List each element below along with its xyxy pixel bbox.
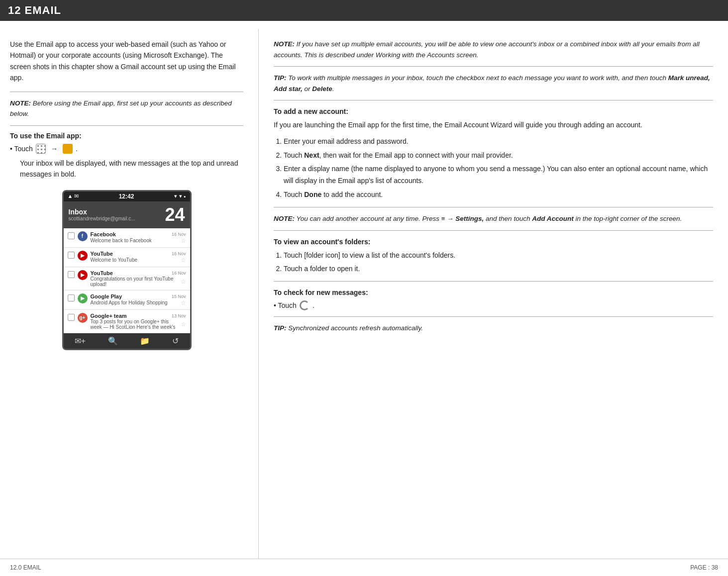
note2-text: If you have set up multiple email accoun…: [274, 40, 700, 59]
star-icon[interactable]: ☆: [181, 299, 186, 306]
inbox-info: Inbox scottiandrewbridge@gmail.c...: [69, 208, 135, 221]
page-container: 12 EMAIL Use the Email app to access you…: [0, 0, 728, 576]
section3-title: To view an account's folders:: [274, 238, 713, 246]
note3-bold2: Add Account: [532, 215, 574, 222]
email-checkbox[interactable]: [68, 271, 75, 278]
email-meta: Google+ team 13 Nov: [91, 313, 186, 319]
email-content: YouTube 16 Nov Congratulations on your f…: [91, 270, 186, 287]
right-column: NOTE: If you have set up multiple email …: [259, 29, 728, 559]
note2-label: NOTE:: [274, 40, 295, 48]
tip2-text: Synchronized accounts refresh automatica…: [287, 324, 423, 332]
email-list-item[interactable]: ▶ Google Play 15 Nov Android Apps for Ho…: [64, 290, 190, 310]
compose-icon[interactable]: ✉+: [75, 336, 86, 346]
steps-folders-list: Touch [folder icon] to view a list of th…: [274, 250, 713, 276]
note-block-1: NOTE: Before using the Email app, first …: [10, 98, 243, 119]
email-content: Google+ team 13 Nov Top 3 posts for you …: [91, 313, 186, 330]
note-block-3: NOTE: You can add another account at any…: [274, 213, 713, 224]
search-icon[interactable]: 🔍: [108, 336, 118, 346]
left-column: Use the Email app to access your web-bas…: [0, 29, 259, 559]
email-checkbox[interactable]: [68, 314, 75, 321]
divider-1: [10, 92, 243, 92]
email-subject: Congratulations on your first YouTube up…: [91, 276, 181, 287]
intro-text: Use the Email app to access your web-bas…: [10, 39, 243, 84]
email-subject: Top 3 posts for you on Google+ this week…: [91, 319, 181, 330]
section2-intro: If you are launching the Email app for t…: [274, 119, 713, 130]
phone-toolbar: ✉+ 🔍 📁 ↺: [64, 333, 190, 349]
step-add-item: Touch Next, then wait for the Email app …: [284, 150, 713, 162]
step-folder-item: Touch [folder icon] to view a list of th…: [284, 250, 713, 262]
inbox-subtitle: scottiandrewbridge@gmail.c...: [69, 216, 135, 221]
refresh-icon[interactable]: ↺: [172, 336, 179, 346]
email-list-item[interactable]: g+ Google+ team 13 Nov Top 3 posts for y…: [64, 310, 190, 333]
email-checkbox[interactable]: [68, 252, 75, 259]
divider-2: [10, 125, 243, 126]
email-date: 16 Nov: [172, 271, 186, 276]
step-add-item: Touch Done to add the account.: [284, 189, 713, 201]
tip2-label: TIP:: [274, 324, 287, 332]
note3-bold: Settings,: [455, 215, 484, 222]
divider-6: [274, 230, 713, 231]
sender-name: Facebook: [91, 231, 116, 237]
phone-status-bar: ▲ ✉ 12:42 ▾ ▾ ▪: [64, 192, 190, 201]
star-icon[interactable]: ☆: [181, 278, 186, 285]
subsection1-title: To use the Email app:: [10, 132, 243, 140]
email-content: Facebook 16 Nov Welcome back to Facebook…: [91, 231, 186, 244]
step-add-item: Enter your email address and password.: [284, 136, 713, 148]
email-subject: Welcome back to Facebook: [91, 238, 152, 243]
email-list: f Facebook 16 Nov Welcome back to Facebo…: [64, 228, 190, 333]
divider-4: [274, 100, 713, 100]
battery-icon: ▪: [184, 193, 186, 199]
sender-icon: g+: [78, 313, 88, 323]
bullet2-suffix: .: [312, 301, 314, 309]
bullet1-prefix: • Touch: [10, 145, 33, 153]
phone-time: 12:42: [119, 193, 134, 200]
email-meta: Facebook 16 Nov: [91, 231, 186, 237]
email-subject: Welcome to YouTube: [91, 257, 138, 263]
email-checkbox[interactable]: [68, 232, 75, 239]
star-icon[interactable]: ☆: [181, 257, 186, 264]
bullet-item-2: • Touch .: [274, 300, 713, 310]
inbox-title: Inbox: [69, 208, 135, 216]
email-meta: YouTube 16 Nov: [91, 251, 186, 257]
chapter-title: 12 EMAIL: [8, 4, 61, 16]
email-subject: Android Apps for Holiday Shopping: [91, 300, 168, 305]
sender-icon: ▶: [78, 270, 88, 280]
tip-block-2: TIP: Synchronized accounts refresh autom…: [274, 323, 713, 334]
email-meta: YouTube 16 Nov: [91, 270, 186, 276]
divider-7: [274, 281, 713, 282]
step-add-item: Enter a display name (the name displayed…: [284, 163, 713, 187]
status-right-icons: ▾ ▾ ▪: [174, 193, 186, 199]
note3-italic: You can add another account at any time.…: [295, 215, 439, 222]
email-date: 16 Nov: [172, 251, 186, 256]
email-checkbox[interactable]: [68, 294, 75, 301]
sender-icon: ▶: [78, 251, 88, 261]
email-date: 13 Nov: [172, 313, 186, 318]
divider-3: [274, 66, 713, 67]
email-meta: Google Play 15 Nov: [91, 293, 186, 299]
sender-icon: ▶: [78, 293, 88, 303]
folder-icon[interactable]: 📁: [140, 336, 150, 346]
bullet-item-1: • Touch → .: [10, 144, 243, 154]
star-icon[interactable]: ☆: [181, 237, 186, 244]
arrow-icon: →: [51, 145, 58, 153]
tip-block-1: TIP: To work with multiple messages in y…: [274, 73, 713, 94]
inbox-count: 24: [165, 204, 185, 225]
email-list-item[interactable]: ▶ YouTube 16 Nov Welcome to YouTube ☆: [64, 248, 190, 267]
tip1-label: TIP:: [274, 74, 287, 82]
divider-5: [274, 207, 713, 207]
email-date: 15 Nov: [172, 294, 186, 299]
note-block-2: NOTE: If you have set up multiple email …: [274, 39, 713, 60]
email-content: YouTube 16 Nov Welcome to YouTube ☆: [91, 251, 186, 264]
email-list-item[interactable]: f Facebook 16 Nov Welcome back to Facebo…: [64, 228, 190, 248]
sender-icon: f: [78, 231, 88, 241]
steps-add-list: Enter your email address and password.To…: [274, 136, 713, 201]
email-list-item[interactable]: ▶ YouTube 16 Nov Congratulations on your…: [64, 267, 190, 290]
divider-8: [274, 316, 713, 317]
inbox-header: Inbox scottiandrewbridge@gmail.c... 24: [64, 201, 190, 228]
phone-mockup: ▲ ✉ 12:42 ▾ ▾ ▪ Inbox scottiandrewbridge…: [62, 190, 192, 350]
tip1-period: .: [332, 85, 334, 93]
tip1-text: To work with multiple messages in your i…: [287, 74, 668, 82]
bullet2-prefix: • Touch: [274, 301, 297, 309]
star-icon[interactable]: ☆: [181, 321, 186, 328]
chapter-header: 12 EMAIL: [0, 0, 728, 21]
